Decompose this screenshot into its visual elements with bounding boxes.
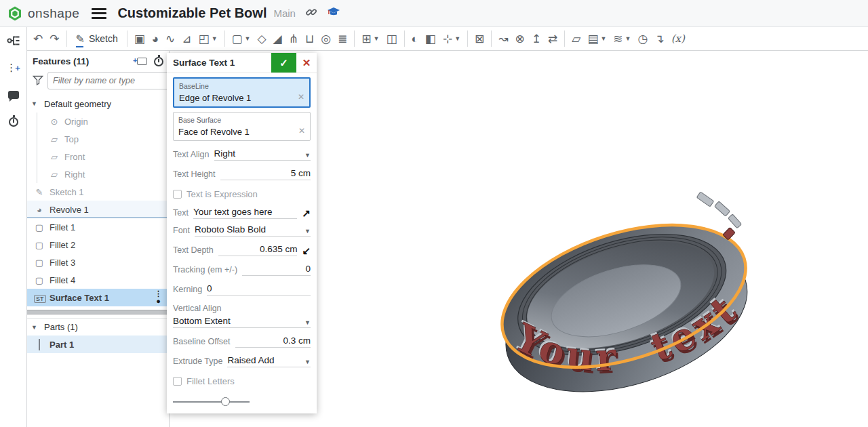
extrude-type-dropdown[interactable]: Raised Add ▼ xyxy=(227,355,311,367)
rib-button[interactable]: ⋔ xyxy=(285,28,302,49)
thicken-surface-button[interactable]: ▤▼ xyxy=(584,28,610,49)
import-button[interactable]: ↴ xyxy=(651,28,667,49)
filter-funnel-icon[interactable] xyxy=(33,75,43,87)
main-menu-icon[interactable] xyxy=(92,8,106,19)
fillet-letters-checkbox[interactable] xyxy=(173,377,182,386)
chevron-down-icon[interactable]: ▼ xyxy=(31,100,39,107)
sketch-button[interactable]: ✎Sketch xyxy=(71,33,123,45)
chevron-down-icon[interactable]: ▼ xyxy=(31,324,39,331)
pencil-icon: ✎ xyxy=(76,33,85,45)
rollback-drag-handle[interactable]: ⋮● xyxy=(155,290,162,305)
thicken-button[interactable]: ◰▼ xyxy=(195,28,221,49)
text-height-input[interactable]: 5 cm xyxy=(220,168,311,180)
section-view-button[interactable]: ◷ xyxy=(635,28,652,49)
plane-button[interactable]: ▱ xyxy=(568,28,584,49)
text-align-dropdown[interactable]: Right ▼ xyxy=(214,148,311,161)
move-face-button[interactable]: ↥ xyxy=(528,28,545,49)
feature-surface-text-1[interactable]: STSurface Text 1⋮● xyxy=(27,289,169,306)
feature-right-plane[interactable]: ▱Right xyxy=(27,165,169,183)
text-depth-input[interactable]: 0.635 cm xyxy=(218,244,298,256)
feature-origin[interactable]: ⊙Origin xyxy=(27,113,169,130)
feature-fillet-3[interactable]: ▢Fillet 3 xyxy=(27,253,169,271)
onshape-logo[interactable]: onshape xyxy=(7,5,79,22)
fillet-radius-slider[interactable] xyxy=(173,397,250,407)
replace-face-button[interactable]: ⇄ xyxy=(545,28,561,49)
parts-section[interactable]: ▼Parts (1) xyxy=(27,318,169,336)
education-plan-icon[interactable] xyxy=(327,7,340,20)
revolve-button[interactable]: ◕ xyxy=(149,28,162,49)
chevron-down-icon: ▼ xyxy=(374,35,380,42)
depth-direction-arrow-icon[interactable]: ↙ xyxy=(302,245,311,256)
feature-label: Origin xyxy=(64,117,88,127)
text-direction-arrow-icon[interactable]: ↗ xyxy=(302,208,311,219)
replace-face-icon: ⇄ xyxy=(548,33,557,45)
toolbar-separator xyxy=(66,30,67,47)
feature-filter-input[interactable] xyxy=(47,72,169,89)
accept-button[interactable]: ✓ xyxy=(271,53,296,73)
delete-part-button[interactable]: ⊠ xyxy=(471,28,488,49)
slider-handle[interactable] xyxy=(221,397,230,406)
delete-face-button[interactable]: ⊗ xyxy=(512,28,528,49)
rollback-bar[interactable] xyxy=(27,310,169,314)
feature-section-default-geometry[interactable]: ▼Default geometry xyxy=(27,95,169,113)
feature-label: Fillet 2 xyxy=(50,240,75,250)
tracking-input[interactable]: 0 xyxy=(242,264,311,276)
move-face-icon: ↥ xyxy=(532,33,541,45)
shell-button[interactable]: ⊔ xyxy=(302,28,317,49)
baseline-offset-label: Baseline Offset xyxy=(173,337,231,348)
extrude-button[interactable]: ▣ xyxy=(131,28,149,49)
baseline-offset-input[interactable]: 0.3 cm xyxy=(235,336,311,348)
redo-button[interactable]: ↷ xyxy=(46,28,62,49)
transform-button[interactable]: ⊹▼ xyxy=(439,28,464,49)
mirror-button[interactable]: ◫ xyxy=(382,28,400,49)
fillet-icon: ▢ xyxy=(232,33,243,45)
feature-revolve-1[interactable]: ◕Revolve 1 xyxy=(27,201,169,218)
variables-button[interactable]: (x) xyxy=(668,28,688,49)
undo-button[interactable]: ↶ xyxy=(30,28,46,49)
modify-fillet-button[interactable]: ↝ xyxy=(495,28,511,49)
feature-fillet-4[interactable]: ▢Fillet 4 xyxy=(27,271,169,289)
chevron-down-icon: ▼ xyxy=(304,359,311,365)
loft-button[interactable]: ⊿ xyxy=(178,28,195,49)
base-surface-selection-field[interactable]: Base Surface Face of Revolve 1 ✕ xyxy=(173,112,311,141)
boolean-button[interactable]: ◐ xyxy=(408,28,422,49)
feature-front-plane[interactable]: ▱Front xyxy=(27,148,169,165)
sweep-icon: ∿ xyxy=(165,33,175,45)
share-link-icon[interactable] xyxy=(305,6,317,21)
baseline-field-label: BaseLine xyxy=(179,82,304,90)
baseline-selection-field[interactable]: BaseLine Edge of Revolve 1 ✕ xyxy=(173,77,311,108)
feature-type-icon: ▱ xyxy=(49,134,60,144)
performance-timer-icon[interactable] xyxy=(5,114,22,130)
baseline-clear-icon[interactable]: ✕ xyxy=(298,92,304,102)
split-button[interactable]: ◧ xyxy=(422,28,439,49)
feature-timer-icon[interactable] xyxy=(154,57,163,66)
fillet-button[interactable]: ▢▼ xyxy=(229,28,254,49)
vertical-align-dropdown[interactable]: Bottom Extent ▼ xyxy=(173,316,311,328)
sweep-button[interactable]: ∿ xyxy=(162,28,178,49)
insert-feature-icon[interactable]: ⋮+ xyxy=(5,60,22,76)
hole-button[interactable]: ◎ xyxy=(317,28,334,49)
versions-history-icon[interactable] xyxy=(5,33,22,49)
surface-text-dialog: Surface Text 1 ✓ ✕ BaseLine Edge of Revo… xyxy=(167,53,317,413)
comments-icon[interactable] xyxy=(5,87,22,103)
create-folder-icon[interactable] xyxy=(137,58,147,65)
branch-name[interactable]: Main xyxy=(273,7,296,19)
feature-fillet-1[interactable]: ▢Fillet 1 xyxy=(27,218,169,236)
base-surface-clear-icon[interactable]: ✕ xyxy=(298,126,305,136)
part-1[interactable]: Part 1 xyxy=(27,336,169,353)
text-input[interactable]: Your text goes here xyxy=(193,207,297,219)
thread-button[interactable]: ≣ xyxy=(334,28,351,49)
text-is-expression-checkbox[interactable] xyxy=(173,190,182,199)
onshape-logo-icon xyxy=(7,5,23,22)
cancel-button[interactable]: ✕ xyxy=(296,53,317,73)
feature-type-icon: ▢ xyxy=(34,258,45,268)
feature-fillet-2[interactable]: ▢Fillet 2 xyxy=(27,236,169,253)
feature-top-plane[interactable]: ▱Top xyxy=(27,130,169,148)
pattern-button[interactable]: ⊞▼ xyxy=(358,28,382,49)
kerning-input[interactable]: 0 xyxy=(207,283,311,296)
draft-button[interactable]: ◢ xyxy=(270,28,285,49)
chamfer-button[interactable]: ◇ xyxy=(254,28,270,49)
helix-button[interactable]: ≋▼ xyxy=(610,28,634,49)
font-dropdown[interactable]: Roboto Slab Bold ▼ xyxy=(195,224,311,237)
feature-sketch-1[interactable]: ✎Sketch 1 xyxy=(27,183,169,201)
